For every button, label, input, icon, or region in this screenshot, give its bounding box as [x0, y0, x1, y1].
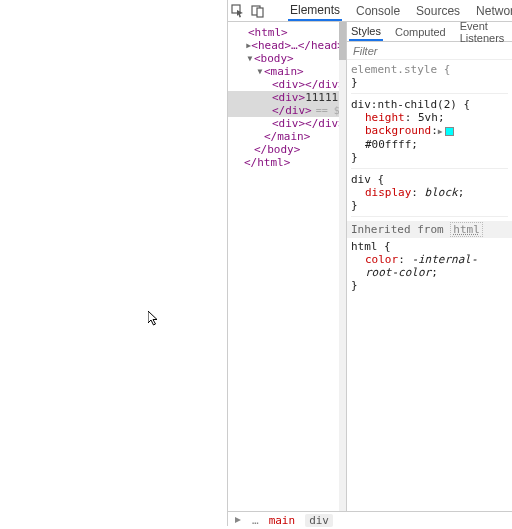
dom-node-div1[interactable]: <div></div> [228, 78, 346, 91]
main-tabs: Elements Console Sources Network [288, 0, 512, 21]
dom-node-div2-close[interactable]: </div> [228, 104, 346, 117]
dom-scrollbar[interactable] [339, 22, 346, 511]
dom-node-body[interactable]: ▼<body> [228, 52, 346, 65]
rule-element-style[interactable]: element.style { } [351, 63, 508, 94]
twisty-icon[interactable]: ▼ [256, 65, 264, 78]
devtools-toolbar: Elements Console Sources Network [228, 0, 512, 22]
elements-body: ⋯ <html> ▶<head>…</head> ▼<body> ▼<main>… [228, 22, 512, 511]
decl-background[interactable]: background:▶#00ffff; [351, 124, 508, 151]
decl-height[interactable]: height: 5vh; [351, 111, 508, 124]
rule-div-ua[interactable]: div { display: block; } [351, 173, 508, 217]
dom-node-div3[interactable]: <div></div> [228, 117, 346, 130]
decl-display[interactable]: display: block; [351, 186, 508, 199]
styles-pane: Styles Computed Event Listeners element.… [347, 22, 512, 511]
dom-node-html-close[interactable]: </html> [228, 156, 346, 169]
decl-color[interactable]: color: -internal-root-color; [351, 253, 508, 279]
subtab-styles[interactable]: Styles [349, 22, 383, 41]
dom-node-main[interactable]: ▼<main> [228, 65, 346, 78]
expand-icon[interactable]: ▶ [438, 127, 443, 136]
dom-node-body-close[interactable]: </body> [228, 143, 346, 156]
tab-network[interactable]: Network [474, 0, 512, 21]
dom-breadcrumbs: … main div [228, 511, 512, 529]
dom-node-html[interactable]: <html> [228, 26, 346, 39]
mouse-cursor-icon [148, 311, 160, 327]
subtab-computed[interactable]: Computed [393, 22, 448, 41]
styles-filter-input[interactable] [353, 45, 506, 57]
rule-html-ua[interactable]: html { color: -internal-root-color; } [351, 240, 508, 296]
dom-tree: <html> ▶<head>…</head> ▼<body> ▼<main> <… [228, 22, 346, 169]
svg-rect-2 [257, 8, 263, 17]
breadcrumb-overflow[interactable]: … [252, 514, 259, 527]
style-rules: element.style { } div:nth-child(2) { hei… [347, 60, 512, 303]
twisty-icon[interactable]: ▼ [246, 52, 254, 65]
rule-nth-child[interactable]: div:nth-child(2) { height: 5vh; backgrou… [351, 98, 508, 169]
dom-node-div2-open[interactable]: <div>111111 [228, 91, 346, 104]
subtab-event-listeners[interactable]: Event Listeners [458, 22, 512, 41]
dom-node-head[interactable]: ▶<head>…</head> [228, 39, 346, 52]
styles-subtabs: Styles Computed Event Listeners [347, 22, 512, 42]
color-swatch-icon[interactable] [445, 127, 454, 136]
styles-filter-bar [347, 42, 512, 60]
inherited-from-link[interactable]: html [450, 222, 483, 237]
scrollbar-thumb[interactable] [339, 22, 346, 60]
device-toolbar-icon[interactable] [250, 2, 266, 20]
tab-console[interactable]: Console [354, 0, 402, 21]
dom-node-main-close[interactable]: </main> [228, 130, 346, 143]
devtools-panel: Elements Console Sources Network ⋯ <html… [228, 0, 512, 529]
breadcrumb-div[interactable]: div [305, 514, 333, 527]
tab-sources[interactable]: Sources [414, 0, 462, 21]
breadcrumb-main[interactable]: main [269, 514, 296, 527]
inherited-separator: Inherited from html [347, 221, 512, 238]
page-viewport [0, 0, 228, 526]
inspect-element-icon[interactable] [230, 2, 246, 20]
breadcrumb-arrow-icon[interactable] [234, 514, 242, 527]
tab-elements[interactable]: Elements [288, 0, 342, 21]
dom-tree-pane[interactable]: ⋯ <html> ▶<head>…</head> ▼<body> ▼<main>… [228, 22, 347, 511]
